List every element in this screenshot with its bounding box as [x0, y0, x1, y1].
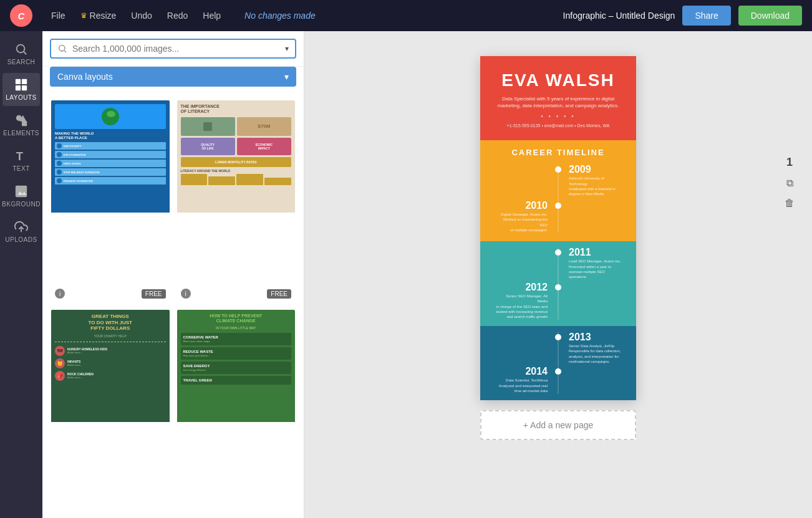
layouts-icon	[14, 78, 28, 92]
layouts-grid: MAKING THE WORLDA BETTER PLACE END POVER…	[42, 94, 304, 518]
crown-icon: ♛	[80, 11, 87, 20]
search-icon	[57, 44, 67, 54]
sidebar-icons: SEARCH LAYOUTS ELEMENTS T TEXT	[0, 31, 42, 518]
svg-rect-4	[16, 85, 21, 90]
svg-line-13	[64, 50, 66, 52]
layout-climate-change[interactable]: HOW TO HELP PREVENTCLIMATE CHANGE IN YOU…	[176, 309, 297, 513]
svg-line-1	[24, 52, 26, 54]
sidebar-item-elements[interactable]: ELEMENTS	[2, 108, 40, 141]
layout-world-better[interactable]: MAKING THE WORLDA BETTER PLACE END POVER…	[50, 99, 171, 304]
info-badge: i	[55, 289, 65, 299]
teal-section-2013: 2013 Senior Data Analyst, JniFlipRespons…	[480, 326, 636, 400]
image-search-input[interactable]	[72, 44, 280, 54]
career-title: CAREER TIMELINE	[490, 148, 626, 157]
svg-point-0	[17, 45, 25, 53]
sidebar-item-text[interactable]: T TEXT	[2, 144, 40, 177]
topbar-status: No changes made	[244, 11, 316, 21]
layout-great-things[interactable]: GREAT THINGSTO DO WITH JUSTFIFTY DOLLARS…	[50, 309, 171, 513]
duplicate-page-icon[interactable]: ⧉	[786, 178, 793, 189]
free-badge-2: FREE	[267, 289, 291, 299]
svg-text:T: T	[16, 150, 24, 163]
page-number: 1	[786, 156, 793, 169]
sidebar-item-search[interactable]: SEARCH	[2, 37, 40, 70]
contact-info: +1-515-555-0135 • erw@mail.com • Des Moi…	[490, 123, 626, 128]
nav-help[interactable]: Help	[196, 8, 227, 23]
nav-redo[interactable]: Redo	[161, 8, 194, 23]
teal-section-2011: 2011 Lead SEO Manager, Avano Inc.Promote…	[480, 241, 636, 326]
nav-resize[interactable]: ♛ Resize	[74, 8, 123, 23]
svg-rect-2	[16, 79, 21, 84]
header-dots: • • • • •	[490, 113, 626, 120]
layout-filter-dropdown[interactable]: Canva layouts ▾	[50, 67, 296, 87]
canvas-area: EVA WALSH Data Specialist with 5 years o…	[304, 31, 812, 518]
layouts-panel: ▾ Canva layouts ▾ MAKING THE WORLDA BETT…	[42, 31, 304, 518]
nav-undo[interactable]: Undo	[125, 8, 158, 23]
career-section: CAREER TIMELINE 2009 Ashcroft University…	[480, 140, 636, 241]
person-name: EVA WALSH	[490, 71, 626, 90]
free-badge: FREE	[142, 289, 166, 299]
main-layout: SEARCH LAYOUTS ELEMENTS T TEXT	[0, 31, 812, 518]
background-icon	[14, 185, 28, 198]
share-button[interactable]: Share	[682, 6, 730, 26]
topbar-nav: File ♛ Resize Undo Redo Help	[45, 8, 227, 23]
svg-rect-8	[22, 121, 27, 126]
text-icon: T	[14, 149, 28, 163]
topbar-right: Infographic – Untitled Design Share Down…	[563, 6, 802, 26]
search-wrapper: ▾	[50, 39, 296, 59]
sidebar-item-background[interactable]: BKGROUND	[2, 180, 40, 213]
svg-rect-3	[22, 79, 27, 84]
search-chevron-icon[interactable]: ▾	[285, 44, 289, 53]
elements-icon	[14, 113, 28, 127]
topbar: C File ♛ Resize Undo Redo Help No change…	[0, 0, 812, 31]
design-title: Infographic – Untitled Design	[563, 11, 675, 21]
person-title: Data Specialist with 5 years of experien…	[490, 95, 626, 109]
delete-page-icon[interactable]: 🗑	[785, 198, 795, 209]
search-icon	[14, 42, 28, 56]
layout-literacy[interactable]: THE IMPORTANCEOF LITERACY $70M QUALITYOF…	[176, 99, 297, 304]
svg-point-12	[59, 46, 65, 51]
card-header: EVA WALSH Data Specialist with 5 years o…	[480, 56, 636, 140]
add-page-button[interactable]: + Add a new page	[480, 410, 636, 440]
infographic-card[interactable]: EVA WALSH Data Specialist with 5 years o…	[480, 56, 636, 400]
svg-rect-5	[22, 85, 27, 90]
download-button[interactable]: Download	[738, 6, 802, 26]
search-section: ▾	[42, 31, 304, 67]
sidebar-item-layouts[interactable]: LAYOUTS	[2, 73, 40, 106]
uploads-icon	[14, 220, 28, 234]
filter-section: Canva layouts ▾	[42, 67, 304, 94]
nav-file[interactable]: File	[45, 8, 72, 23]
dropdown-chevron-icon: ▾	[284, 72, 289, 82]
canva-logo[interactable]: C	[10, 4, 32, 27]
svg-rect-10	[16, 186, 27, 197]
info-badge-2: i	[181, 289, 191, 299]
sidebar-item-uploads[interactable]: UPLOADS	[2, 215, 40, 248]
